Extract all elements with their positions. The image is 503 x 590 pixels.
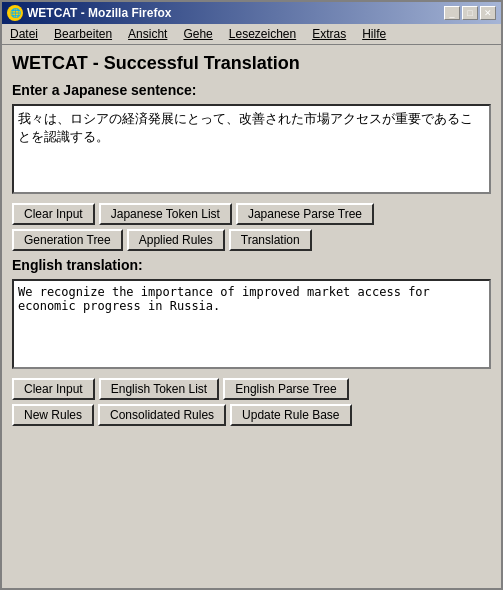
menu-bearbeiten[interactable]: Bearbeiten — [50, 26, 116, 42]
consolidated-rules-button[interactable]: Consolidated Rules — [98, 404, 226, 426]
menu-bar: Datei Bearbeiten Ansicht Gehe Lesezeiche… — [2, 24, 501, 45]
japanese-button-row-1: Clear Input Japanese Token List Japanese… — [12, 203, 491, 225]
menu-ansicht[interactable]: Ansicht — [124, 26, 171, 42]
main-window: 🌐 WETCAT - Mozilla Firefox _ □ ✕ Datei B… — [0, 0, 503, 590]
app-icon: 🌐 — [7, 5, 23, 21]
japanese-parse-tree-button[interactable]: Japanese Parse Tree — [236, 203, 374, 225]
window-controls: _ □ ✕ — [444, 6, 496, 20]
english-token-list-button[interactable]: English Token List — [99, 378, 220, 400]
english-output[interactable]: We recognize the importance of improved … — [12, 279, 491, 369]
close-button[interactable]: ✕ — [480, 6, 496, 20]
translation-button[interactable]: Translation — [229, 229, 312, 251]
maximize-button[interactable]: □ — [462, 6, 478, 20]
menu-lesezeichen[interactable]: Lesezeichen — [225, 26, 300, 42]
japanese-input[interactable]: 我々は、ロシアの経済発展にとって、改善された市場アクセスが重要であることを認識す… — [12, 104, 491, 194]
menu-datei[interactable]: Datei — [6, 26, 42, 42]
new-rules-button[interactable]: New Rules — [12, 404, 94, 426]
generation-tree-button[interactable]: Generation Tree — [12, 229, 123, 251]
menu-hilfe[interactable]: Hilfe — [358, 26, 390, 42]
minimize-button[interactable]: _ — [444, 6, 460, 20]
title-bar-left: 🌐 WETCAT - Mozilla Firefox — [7, 5, 171, 21]
english-section-label: English translation: — [12, 257, 491, 273]
clear-input-button-2[interactable]: Clear Input — [12, 378, 95, 400]
japanese-button-row-2: Generation Tree Applied Rules Translatio… — [12, 229, 491, 251]
window-title: WETCAT - Mozilla Firefox — [27, 6, 171, 20]
english-parse-tree-button[interactable]: English Parse Tree — [223, 378, 348, 400]
title-bar: 🌐 WETCAT - Mozilla Firefox _ □ ✕ — [2, 2, 501, 24]
applied-rules-button[interactable]: Applied Rules — [127, 229, 225, 251]
english-button-row-1: Clear Input English Token List English P… — [12, 378, 491, 400]
japanese-token-list-button[interactable]: Japanese Token List — [99, 203, 232, 225]
menu-extras[interactable]: Extras — [308, 26, 350, 42]
page-title: WETCAT - Successful Translation — [12, 53, 491, 74]
page-content: WETCAT - Successful Translation Enter a … — [2, 45, 501, 588]
clear-input-button-1[interactable]: Clear Input — [12, 203, 95, 225]
english-button-row-2: New Rules Consolidated Rules Update Rule… — [12, 404, 491, 426]
japanese-section-label: Enter a Japanese sentence: — [12, 82, 491, 98]
update-rule-base-button[interactable]: Update Rule Base — [230, 404, 351, 426]
menu-gehe[interactable]: Gehe — [179, 26, 216, 42]
